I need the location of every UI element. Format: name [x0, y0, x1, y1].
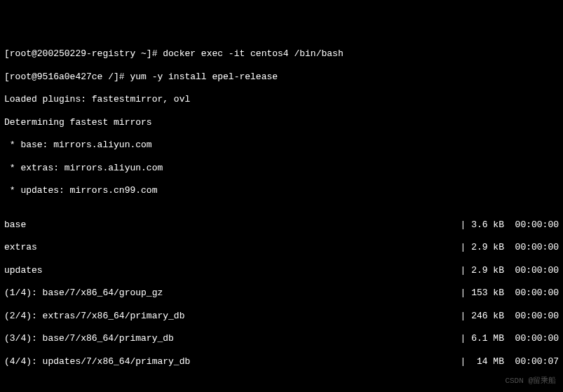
repo-size: | 153 kB 00:00:00: [461, 288, 559, 299]
determining-mirrors: Determining fastest mirrors: [4, 117, 559, 128]
loaded-plugins: Loaded plugins: fastestmirror, ovl: [4, 94, 559, 105]
repo-name: (3/4): base/7/x86_64/primary_db: [4, 333, 461, 344]
repo-row: base| 3.6 kB 00:00:00: [4, 219, 559, 231]
repo-name: (2/4): extras/7/x86_64/primary_db: [4, 311, 461, 322]
repo-size: | 2.9 kB 00:00:00: [461, 265, 559, 276]
repo-name: updates: [4, 265, 461, 276]
repo-row: (3/4): base/7/x86_64/primary_db| 6.1 MB …: [4, 333, 559, 344]
repo-size: | 246 kB 00:00:00: [461, 311, 559, 322]
repo-row: (2/4): extras/7/x86_64/primary_db| 246 k…: [4, 311, 559, 322]
shell-prompt-2: [root@9516a0e427ce /]# yum -y install ep…: [4, 72, 559, 83]
repo-row: updates| 2.9 kB 00:00:00: [4, 265, 559, 276]
repo-row: (1/4): base/7/x86_64/group_gz| 153 kB 00…: [4, 288, 559, 299]
mirror-extras: * extras: mirrors.aliyun.com: [4, 163, 559, 174]
mirror-updates: * updates: mirrors.cn99.com: [4, 185, 559, 196]
repo-name: (1/4): base/7/x86_64/group_gz: [4, 288, 461, 299]
shell-prompt-1: [root@200250229-registry ~]# docker exec…: [4, 48, 559, 60]
repo-name: (4/4): updates/7/x86_64/primary_db: [4, 356, 461, 367]
repo-name: extras: [4, 242, 461, 253]
repo-size: | 6.1 MB 00:00:00: [461, 333, 559, 344]
repo-size: | 3.6 kB 00:00:00: [461, 219, 559, 231]
repo-row: extras| 2.9 kB 00:00:00: [4, 242, 559, 253]
repo-row: (4/4): updates/7/x86_64/primary_db| 14 M…: [4, 356, 559, 367]
watermark: CSDN @留乘船: [505, 377, 556, 386]
repo-name: base: [4, 219, 461, 231]
repo-size: | 14 MB 00:00:07: [461, 356, 559, 367]
repo-size: | 2.9 kB 00:00:00: [461, 242, 559, 253]
mirror-base: * base: mirrors.aliyun.com: [4, 140, 559, 151]
